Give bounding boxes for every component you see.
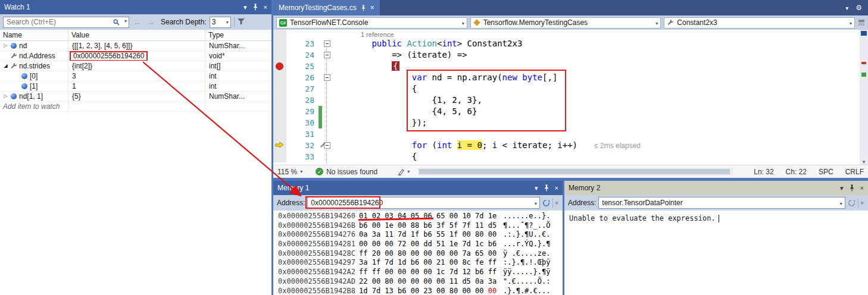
search-prev-icon[interactable]: ←: [132, 18, 142, 27]
memory-hex: 3a 1f 7d 1d b6 00 21 00 8c fe ff: [359, 258, 503, 268]
indicator-margin[interactable]: [273, 117, 286, 128]
address-input[interactable]: tensor.TensorDataPointer ▾: [598, 197, 845, 209]
indicator-margin[interactable]: [273, 106, 286, 117]
code-text[interactable]: public Action<int> Constant2x3: [332, 38, 868, 49]
breakpoint-icon[interactable]: [276, 62, 283, 70]
code-text[interactable]: {: [332, 83, 868, 95]
watch-row[interactable]: [1]1int: [0, 81, 271, 92]
memory-hex: 01 02 03 04 05 06 65 00 10 7d 1e: [359, 212, 503, 221]
split-window-icon[interactable]: [858, 19, 865, 26]
pin-icon[interactable]: [544, 184, 549, 192]
chevron-down-icon[interactable]: ▾: [845, 5, 848, 11]
close-icon[interactable]: ×: [264, 4, 267, 11]
indicator-margin[interactable]: [273, 72, 286, 83]
indicator-margin[interactable]: [273, 151, 286, 162]
gear-icon[interactable]: ⚙: [855, 4, 862, 12]
filter-icon[interactable]: [238, 18, 245, 26]
search-next-icon[interactable]: →: [145, 18, 155, 27]
memory-row[interactable]: 0x000002556B1942AD22 00 80 00 00 00 00 1…: [278, 277, 563, 287]
codelens-label[interactable]: 1 reference: [361, 31, 394, 38]
member-dropdown[interactable]: Constant2x3 ▾: [664, 17, 855, 29]
code-text[interactable]: });: [332, 117, 868, 128]
indicator-margin[interactable]: [273, 30, 286, 38]
memory2-titlebar[interactable]: Memory 2 ▾ ×: [564, 181, 868, 195]
scrollbar-thumb[interactable]: [419, 169, 730, 174]
memory-row[interactable]: 0x000002556B1942A2ff ff 00 00 00 00 1c 7…: [278, 268, 563, 277]
code-text: 1 reference: [332, 30, 868, 38]
fold-collapse-icon[interactable]: [324, 52, 330, 58]
toolbar-overflow-icon[interactable]: »: [554, 201, 561, 205]
search-depth-select[interactable]: 3 ▾: [210, 17, 231, 28]
indicator-margin[interactable]: [273, 140, 286, 151]
column-header-value[interactable]: Value: [68, 30, 205, 40]
pin-icon[interactable]: [849, 184, 855, 192]
search-icon[interactable]: [113, 19, 120, 27]
type-dropdown[interactable]: Tensorflow.MemoryTestingCases ▾: [470, 17, 661, 29]
pin-icon[interactable]: [252, 4, 258, 11]
fold-collapse-icon[interactable]: [324, 40, 330, 47]
code-text[interactable]: [332, 128, 868, 140]
search-options-chevron-icon[interactable]: ▾: [124, 18, 127, 24]
column-indicator: Ch: 22: [786, 168, 807, 176]
memory-hex-bytes: 01 02 03 04 05 06 65 00 10 7d 1e: [359, 212, 497, 220]
tab-memorytestingcases[interactable]: MemoryTestingCases.cs ×: [273, 0, 380, 15]
code-text[interactable]: {: [332, 151, 868, 162]
refresh-icon[interactable]: [542, 199, 550, 207]
code-text[interactable]: {1, 2, 3},: [332, 95, 868, 106]
memory2-content[interactable]: Unable to evaluate the expression.: [564, 211, 868, 295]
column-header-name[interactable]: Name: [0, 30, 68, 40]
watch-titlebar[interactable]: Watch 1 ▾ ×: [0, 0, 271, 14]
fold-collapse-icon[interactable]: [324, 74, 330, 81]
code-text[interactable]: for (int i = 0; i < iterate; i++)≤ 2ms e…: [332, 140, 868, 151]
window-menu-icon[interactable]: ▾: [535, 185, 538, 192]
indicator-margin[interactable]: [273, 95, 286, 106]
watch-row[interactable]: [0]3int: [0, 71, 271, 81]
column-header-type[interactable]: Type: [205, 30, 271, 40]
address-input[interactable]: 0x000002556B194260 ▾: [307, 197, 540, 209]
indicator-margin[interactable]: [273, 38, 286, 49]
watch-row[interactable]: ▷nd[1, 1]{5}NumShar...: [0, 92, 271, 102]
memory-row[interactable]: 0x000002556B1942973a 1f 7d 1d b6 00 21 0…: [278, 258, 563, 268]
close-icon[interactable]: ×: [370, 4, 374, 12]
indicator-margin[interactable]: [273, 128, 286, 140]
code-text[interactable]: var nd = np.array(new byte[,]: [332, 72, 868, 83]
pin-icon[interactable]: [361, 5, 366, 11]
indicator-margin[interactable]: [273, 61, 286, 72]
memory-row[interactable]: 0x000002556B19428Cff 20 00 80 00 00 00 0…: [278, 249, 563, 259]
indicator-margin[interactable]: [273, 83, 286, 95]
watch-row[interactable]: nd.Address0x000002556b194260void*: [0, 51, 271, 61]
watch-add-row[interactable]: Add item to watch: [0, 102, 271, 112]
refresh-icon[interactable]: [848, 199, 855, 207]
code-text[interactable]: {: [332, 61, 868, 72]
memory-row[interactable]: 0x000002556B19428100 00 00 72 00 dd 51 1…: [278, 240, 563, 249]
memory1-content[interactable]: 0x000002556B19426001 02 03 04 05 06 65 0…: [273, 211, 563, 295]
memory-row[interactable]: 0x000002556B1942B81d 7d 13 b6 00 23 00 8…: [278, 287, 563, 295]
expander-icon[interactable]: ◢: [2, 61, 10, 71]
window-menu-icon[interactable]: ▾: [840, 185, 844, 192]
code-text[interactable]: => (iterate) =>: [332, 49, 868, 61]
close-icon[interactable]: ×: [555, 185, 558, 192]
memory1-titlebar[interactable]: Memory 1 ▾ ×: [273, 181, 563, 195]
line-number: 26: [286, 72, 319, 83]
watch-row[interactable]: ▷nd{[[1, 2, 3], [4, 5, 6]]}NumShar...: [0, 41, 271, 51]
indicator-margin[interactable]: [273, 49, 286, 61]
close-icon[interactable]: ×: [860, 185, 864, 192]
issues-label[interactable]: No issues found: [326, 168, 377, 176]
watch-value: 1: [72, 81, 76, 91]
zoom-select[interactable]: 115 % ▾: [277, 168, 302, 176]
memory-row[interactable]: 0x000002556B19426Bb6 00 1e 00 88 b6 3f 5…: [278, 221, 563, 231]
memory-row[interactable]: 0x000002556B19426001 02 03 04 05 06 65 0…: [278, 212, 563, 221]
code-editor[interactable]: 1 reference23public Action<int> Constant…: [273, 30, 868, 165]
perf-tip[interactable]: ≤ 2ms elapsed: [594, 142, 641, 150]
code-text[interactable]: {4, 5, 6}: [332, 106, 868, 117]
expander-icon[interactable]: ▷: [2, 41, 10, 51]
toolbar-overflow-icon[interactable]: »: [859, 201, 866, 205]
project-dropdown[interactable]: C# TensorFlowNET.Console ▾: [276, 17, 467, 29]
memory-row[interactable]: 0x000002556B1942760a 3a 11 7d 1f b6 55 1…: [278, 230, 563, 240]
watch-row[interactable]: ◢nd.strides{int[2]}int[]: [0, 61, 271, 71]
expander-icon[interactable]: ▷: [2, 92, 10, 101]
window-menu-icon[interactable]: ▾: [243, 4, 247, 11]
horizontal-scrollbar[interactable]: [418, 168, 733, 175]
search-input[interactable]: [3, 17, 129, 28]
code-cleanup-button[interactable]: ▾: [398, 168, 410, 175]
